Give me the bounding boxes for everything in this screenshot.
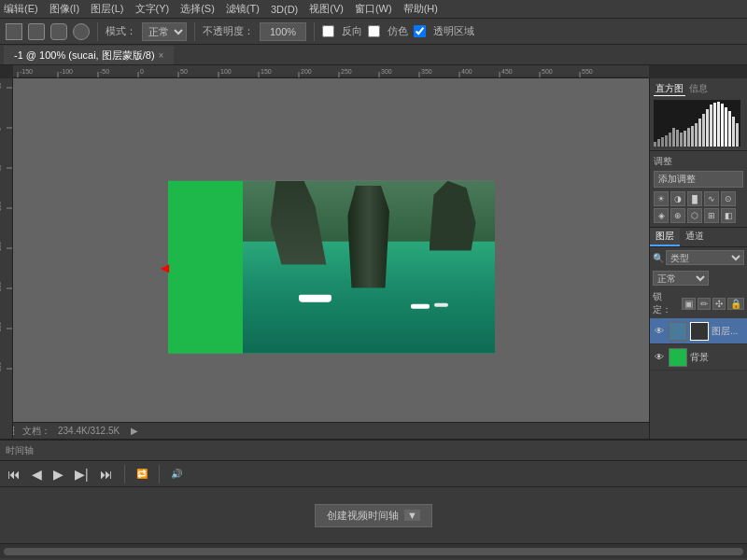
photo-filter-icon[interactable]: ⬡ [687, 208, 702, 223]
svg-text:-50: -50 [0, 82, 2, 91]
playhead-arrow: ◀ [161, 260, 169, 273]
create-video-timeline-button[interactable]: 创建视频时间轴 ▼ [315, 504, 432, 527]
menu-select[interactable]: 选择(S) [180, 2, 215, 16]
timeline-scrollbar[interactable] [0, 543, 747, 558]
menu-edit[interactable]: 编辑(E) [4, 2, 38, 16]
svg-rect-70 [728, 111, 731, 147]
timeline-to-start[interactable]: ⏮ [6, 467, 22, 482]
rock-center [347, 186, 389, 288]
svg-text:100: 100 [220, 68, 232, 75]
svg-text:550: 550 [582, 68, 593, 75]
menu-3d[interactable]: 3D(D) [271, 4, 298, 15]
histogram-tab[interactable]: 直方图 [654, 82, 685, 96]
svg-rect-67 [717, 102, 720, 147]
tool-roundrect[interactable] [50, 23, 67, 40]
svg-text:500: 500 [542, 68, 553, 75]
timeline-scroll-track[interactable] [4, 548, 743, 555]
fake-checkbox[interactable] [368, 25, 380, 37]
invert-icon[interactable]: ◧ [721, 208, 736, 223]
status-arrow[interactable]: ▶ [131, 426, 138, 436]
photo-simulation [243, 181, 495, 354]
document-tab[interactable]: -1 @ 100% (sucai, 图层蒙版/8) × [4, 46, 174, 64]
svg-rect-54 [669, 133, 671, 147]
layer-name-1: 背景 [690, 351, 744, 364]
svg-text:350: 350 [421, 68, 432, 75]
transparent-checkbox[interactable] [414, 25, 426, 37]
layer-thumb-1 [669, 348, 687, 367]
menu-help[interactable]: 帮助(H) [403, 2, 438, 16]
lock-transparency-icon[interactable]: ▣ [682, 298, 696, 310]
exposure-icon[interactable]: ⊙ [721, 191, 736, 206]
info-tab[interactable]: 信息 [687, 82, 710, 96]
svg-text:200: 200 [301, 68, 312, 75]
canvas-area[interactable]: ◀ [13, 78, 649, 439]
svg-rect-56 [676, 130, 679, 147]
doc-size: 234.4K/312.5K [58, 426, 120, 436]
brightness-icon[interactable]: ☀ [654, 191, 669, 206]
layers-header: 图层 通道 [650, 228, 747, 247]
menu-window[interactable]: 窗口(W) [355, 2, 392, 16]
timeline-play[interactable]: ▶ [51, 467, 65, 482]
svg-text:50: 50 [180, 68, 188, 75]
lock-all-icon[interactable]: 🔒 [727, 298, 744, 310]
adjustment-icons-row1: ☀ ◑ ▐▌ ∿ ⊙ [654, 191, 743, 206]
tool-rect[interactable] [6, 23, 22, 40]
svg-text:-100: -100 [60, 68, 73, 75]
lock-move-icon[interactable]: ✣ [712, 298, 726, 310]
svg-rect-60 [691, 126, 694, 147]
tool-ellipse[interactable] [73, 23, 90, 40]
create-btn-dropdown[interactable]: ▼ [404, 510, 420, 521]
mode-select[interactable]: 正常 [142, 22, 187, 41]
boat-main [299, 295, 331, 302]
layer-visibility-0[interactable]: 👁 [653, 325, 666, 338]
layer-name-0: 图层... [712, 325, 744, 338]
adjustment-icons-row2: ◈ ⊕ ⬡ ⊞ ◧ [654, 208, 743, 223]
lock-label: 锁定： [653, 290, 680, 316]
levels-icon[interactable]: ▐▌ [687, 191, 702, 206]
timeline-prev-frame[interactable]: ◀ [30, 467, 44, 482]
color-balance-icon[interactable]: ⊕ [670, 208, 685, 223]
curves-icon[interactable]: ∿ [704, 191, 719, 206]
layer-filter-select[interactable]: 类型 [666, 250, 744, 265]
svg-text:300: 300 [381, 68, 392, 75]
svg-rect-72 [736, 123, 739, 147]
svg-rect-63 [702, 114, 705, 147]
svg-rect-32 [0, 78, 13, 439]
menu-image[interactable]: 图像(I) [49, 2, 79, 16]
opacity-input[interactable] [260, 22, 306, 41]
layer-item-1[interactable]: 👁 背景 [650, 344, 747, 371]
status-bar: 🖼 文档： 234.4K/312.5K ▶ [0, 422, 649, 439]
channels-tab[interactable]: 通道 [680, 228, 710, 246]
svg-rect-50 [654, 142, 656, 147]
blend-mode-select[interactable]: 正常 [653, 271, 709, 286]
hue-icon[interactable]: ◈ [654, 208, 669, 223]
layer-thumb-0 [669, 322, 687, 341]
timeline-create-area: 创建视频时间轴 ▼ [0, 487, 747, 543]
reverse-checkbox[interactable] [322, 25, 334, 37]
tab-bar: -1 @ 100% (sucai, 图层蒙版/8) × [0, 45, 747, 65]
layer-item-0[interactable]: 👁 图层... [650, 318, 747, 344]
layer-visibility-1[interactable]: 👁 [653, 351, 666, 364]
opacity-label: 不透明度： [203, 24, 254, 38]
svg-text:300: 300 [0, 361, 2, 371]
menu-filter[interactable]: 滤镜(T) [226, 2, 260, 16]
menu-view[interactable]: 视图(V) [309, 2, 344, 16]
layers-panel: 图层 通道 🔍 类型 正常 锁定： ▣ ✏ ✣ 🔒 [650, 228, 747, 439]
timeline-next-frame[interactable]: ▶| [73, 467, 91, 482]
menu-text[interactable]: 文字(Y) [135, 2, 170, 16]
tab-close-button[interactable]: × [159, 50, 164, 61]
timeline-audio[interactable]: 🔊 [169, 469, 184, 479]
tool-rect2[interactable] [28, 23, 45, 40]
menu-layer[interactable]: 图层(L) [91, 2, 123, 16]
lock-paint-icon[interactable]: ✏ [698, 298, 711, 310]
add-adjustment-button[interactable]: 添加调整 [654, 171, 743, 188]
contrast-icon[interactable]: ◑ [670, 191, 685, 206]
channel-mix-icon[interactable]: ⊞ [704, 208, 719, 223]
adjustments-panel: 调整 添加调整 ☀ ◑ ▐▌ ∿ ⊙ ◈ ⊕ ⬡ ⊞ ◧ [650, 151, 747, 228]
svg-rect-62 [698, 119, 701, 147]
layers-filter-row: 🔍 类型 [650, 247, 747, 268]
tab-name: -1 @ 100% (sucai, 图层蒙版/8) [14, 49, 155, 63]
layers-tab[interactable]: 图层 [650, 228, 680, 246]
timeline-to-end[interactable]: ⏭ [98, 467, 115, 482]
timeline-loop[interactable]: 🔁 [134, 469, 149, 479]
